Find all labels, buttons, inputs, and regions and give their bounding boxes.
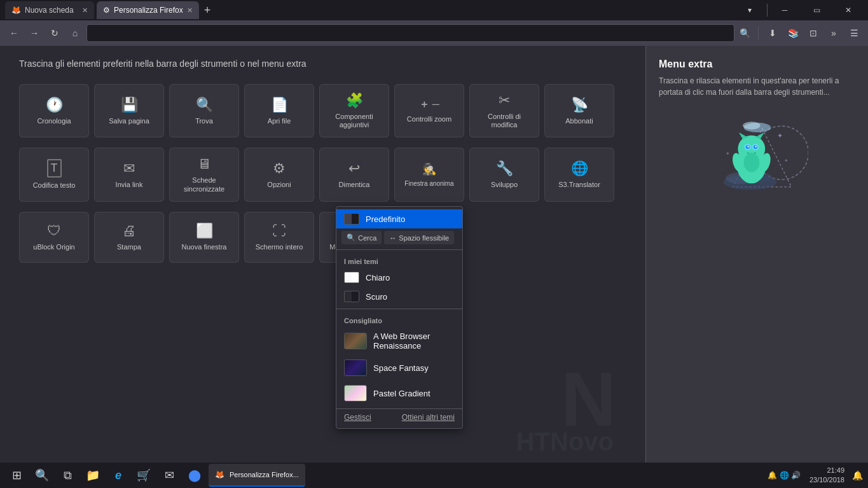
tab-close-button[interactable]: ✕ bbox=[82, 6, 88, 15]
dropdown-divider-1 bbox=[336, 249, 462, 250]
start-button[interactable]: ⊞ bbox=[5, 464, 28, 487]
trova-icon: 🔍 bbox=[196, 97, 213, 113]
theme-predefinito[interactable]: Predefinito bbox=[336, 209, 462, 228]
theme-space-fantasy[interactable]: Space Fantasy bbox=[336, 355, 462, 380]
grid-item-s3translator[interactable]: 🌐 S3.Translator bbox=[544, 148, 614, 201]
theme-pastel-gradient-thumb bbox=[344, 385, 367, 401]
grid-item-trova[interactable]: 🔍 Trova bbox=[169, 84, 239, 137]
svg-text:✦: ✦ bbox=[784, 158, 789, 164]
ublockorigin-label: uBlock Origin bbox=[33, 243, 74, 251]
grid-item-opzioni[interactable]: ⚙ Opzioni bbox=[244, 148, 314, 201]
forward-button[interactable]: → bbox=[25, 24, 43, 42]
grid-item-dimentica[interactable]: ↩ Dimentica bbox=[319, 148, 389, 201]
theme-space-fantasy-thumb bbox=[344, 359, 367, 376]
controlli-zoom-icon: ＋ ─ bbox=[419, 98, 439, 111]
chrome-button[interactable]: ⬤ bbox=[183, 464, 206, 487]
store-button[interactable]: 🛒 bbox=[132, 464, 155, 487]
grid-item-controlli-zoom[interactable]: ＋ ─ Controlli zoom bbox=[394, 84, 464, 137]
down-arrow-button[interactable]: ▾ bbox=[735, 0, 764, 20]
tab-nuova-scheda[interactable]: 🦊 Nuova scheda ✕ bbox=[5, 1, 94, 19]
theme-scuro-swatch bbox=[344, 291, 359, 302]
svg-point-15 bbox=[743, 153, 759, 172]
theme-scuro-label: Scuro bbox=[366, 292, 387, 302]
dimentica-icon: ↩ bbox=[348, 160, 360, 177]
grid-item-componenti[interactable]: 🧩 Componenti aggiuntivi bbox=[319, 84, 389, 137]
grid-item-invia-link[interactable]: ✉ Invia link bbox=[94, 148, 164, 201]
new-tab-button[interactable]: + bbox=[202, 4, 214, 17]
grid-item-finestra-anonima[interactable]: 🕵 Finestra anonima bbox=[394, 148, 464, 201]
invia-link-icon: ✉ bbox=[123, 160, 135, 177]
tab-close-button[interactable]: ✕ bbox=[187, 6, 193, 15]
search-button[interactable]: 🔍 bbox=[31, 464, 53, 487]
sidebar-button[interactable]: ⊡ bbox=[804, 24, 822, 42]
bookmarks-button[interactable]: 📚 bbox=[784, 24, 802, 42]
theme-browser-renaissance-label: A Web Browser Renaissance bbox=[373, 331, 455, 351]
home-button[interactable]: ⌂ bbox=[66, 24, 84, 42]
explorer-button[interactable]: 📁 bbox=[81, 464, 104, 487]
grid-item-ublockorigin[interactable]: 🛡 uBlock Origin bbox=[19, 212, 89, 263]
grid-item-sviluppo[interactable]: 🔧 Sviluppo bbox=[469, 148, 539, 201]
section-label-miei-temi: I miei temi bbox=[336, 253, 462, 268]
task-view-button[interactable]: ⧉ bbox=[56, 464, 79, 487]
time: 21:49 bbox=[809, 466, 844, 475]
cerca-item: 🔍 Cerca bbox=[341, 231, 382, 244]
opzioni-label: Opzioni bbox=[267, 181, 291, 189]
theme-browser-renaissance-thumb bbox=[344, 333, 367, 349]
toolbar-right: ⬇ 📚 ⊡ » ☰ bbox=[764, 24, 863, 42]
back-button[interactable]: ← bbox=[5, 24, 23, 42]
reload-button[interactable]: ↻ bbox=[46, 24, 64, 42]
theme-space-fantasy-label: Space Fantasy bbox=[373, 363, 429, 373]
mail-button[interactable]: ✉ bbox=[158, 464, 181, 487]
notification-icon: 🔔 bbox=[852, 470, 863, 480]
maximize-button[interactable]: ▭ bbox=[802, 0, 831, 20]
more-tools-button[interactable]: » bbox=[825, 24, 843, 42]
grid-item-nuova-finestra[interactable]: ⬜ Nuova finestra bbox=[169, 212, 239, 263]
abbonati-label: Abbonati bbox=[565, 117, 593, 125]
close-button[interactable]: ✕ bbox=[834, 0, 863, 20]
theme-chiaro[interactable]: Chiaro bbox=[336, 268, 462, 287]
theme-scuro[interactable]: Scuro bbox=[336, 287, 462, 306]
tab-personalizza[interactable]: ⚙ Personalizza Firefox ✕ bbox=[97, 1, 199, 19]
url-search-button[interactable]: 🔍 bbox=[737, 28, 753, 38]
componenti-icon: 🧩 bbox=[346, 92, 363, 109]
svg-text:✦: ✦ bbox=[726, 151, 730, 157]
theme-browser-renaissance[interactable]: A Web Browser Renaissance bbox=[336, 327, 462, 355]
tab-icon: 🦊 bbox=[11, 6, 21, 15]
ublockorigin-icon: 🛡 bbox=[47, 223, 61, 239]
toolbar-separator bbox=[758, 27, 759, 39]
theme-predefinito-label: Predefinito bbox=[366, 214, 405, 224]
system-tray: 🔔 🌐 🔊 21:49 23/10/2018 🔔 bbox=[768, 466, 863, 485]
theme-pastel-gradient-label: Pastel Gradient bbox=[373, 389, 431, 398]
sviluppo-icon: 🔧 bbox=[496, 160, 513, 177]
download-button[interactable]: ⬇ bbox=[764, 24, 782, 42]
grid-item-controlli-modifica[interactable]: ✂ Controlli di modifica bbox=[469, 84, 539, 137]
theme-dropdown[interactable]: Predefinito 🔍 Cerca ↔ Spazio flessibile … bbox=[336, 206, 463, 429]
apri-file-icon: 📄 bbox=[271, 97, 288, 113]
menu-button[interactable]: ☰ bbox=[845, 24, 863, 42]
ottieni-altri-temi-link[interactable]: Ottieni altri temi bbox=[402, 413, 455, 422]
theme-chiaro-swatch bbox=[344, 272, 359, 283]
svg-point-19 bbox=[743, 122, 761, 129]
gestisci-link[interactable]: Gestisci bbox=[344, 413, 371, 422]
grid-item-schede-sincronizzate[interactable]: 🖥 Schede sincronizzate bbox=[169, 148, 239, 201]
url-bar[interactable] bbox=[86, 24, 734, 42]
grid-item-codifica-testo[interactable]: T Codifica testo bbox=[19, 148, 89, 201]
grid-item-stampa[interactable]: 🖨 Stampa bbox=[94, 212, 164, 263]
grid-item-salva-pagina[interactable]: 💾 Salva pagina bbox=[94, 84, 164, 137]
finestra-anonima-icon: 🕵 bbox=[422, 162, 436, 176]
controlli-zoom-label: Controlli zoom bbox=[407, 115, 451, 123]
system-tray-icons: 🔔 🌐 🔊 bbox=[768, 471, 801, 480]
grid-item-abbonati[interactable]: 📡 Abbonati bbox=[544, 84, 614, 137]
watermark-letter: N bbox=[561, 361, 614, 437]
spazio-flessibile-item: ↔ Spazio flessibile bbox=[384, 231, 454, 244]
codifica-testo-label: Codifica testo bbox=[33, 181, 76, 190]
grid-item-apri-file[interactable]: 📄 Apri file bbox=[244, 84, 314, 137]
ie-button[interactable]: e bbox=[107, 464, 130, 487]
trova-label: Trova bbox=[195, 117, 213, 125]
minimize-button[interactable]: ─ bbox=[770, 0, 799, 20]
firefox-taskbar-app[interactable]: 🦊 Personalizza Firefox... bbox=[209, 464, 305, 487]
grid-item-cronologia[interactable]: 🕐 Cronologia bbox=[19, 84, 89, 137]
theme-pastel-gradient[interactable]: Pastel Gradient bbox=[336, 380, 462, 406]
grid-item-schermo-intero[interactable]: ⛶ Schermo intero bbox=[244, 212, 314, 263]
toolbar-items-grid-2: T Codifica testo ✉ Invia link 🖥 Schede s… bbox=[19, 148, 626, 201]
